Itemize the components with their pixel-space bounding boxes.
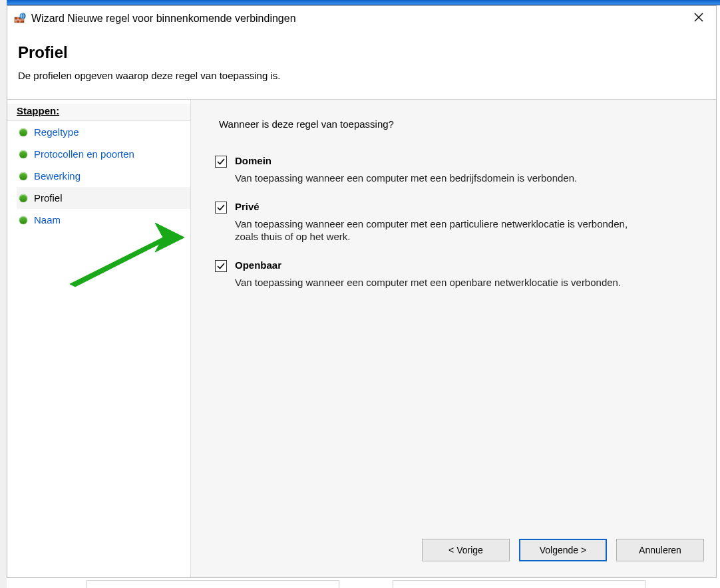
checkbox-domein: Domein Van toepassing wanneer een comput… <box>215 155 692 185</box>
close-button[interactable] <box>685 7 712 27</box>
checkbox-input-openbaar[interactable] <box>215 260 227 272</box>
checkbox-prive: Privé Van toepassing wanneer een compute… <box>215 201 692 243</box>
background-fragment <box>0 0 7 588</box>
step-naam[interactable]: Naam <box>17 209 190 231</box>
body-area: Stappen: Regeltype Protocollen en poorte… <box>7 99 716 577</box>
step-regeltype[interactable]: Regeltype <box>17 121 190 143</box>
step-protocollen[interactable]: Protocollen en poorten <box>17 143 190 165</box>
checkbox-description: Van toepassing wanneer een computer met … <box>235 276 647 289</box>
checkbox-input-prive[interactable] <box>215 202 227 214</box>
checkbox-label: Domein <box>235 155 271 166</box>
window-title: Wizard Nieuwe regel voor binnenkomende v… <box>31 13 296 25</box>
content-pane: Wanneer is deze regel van toepassing? Do… <box>191 100 716 577</box>
checkmark-icon <box>216 203 226 212</box>
step-label: Regeltype <box>34 126 79 138</box>
step-label: Profiel <box>34 192 63 204</box>
step-bewerking[interactable]: Bewerking <box>17 165 190 187</box>
background-sliver <box>87 580 720 588</box>
bullet-icon <box>19 150 27 158</box>
cancel-button[interactable]: Annuleren <box>616 539 704 561</box>
sidebar: Stappen: Regeltype Protocollen en poorte… <box>7 100 191 577</box>
checkbox-description: Van toepassing wanneer een computer met … <box>235 172 647 185</box>
bullet-icon <box>19 128 27 136</box>
step-label: Bewerking <box>34 170 81 182</box>
step-label: Naam <box>34 214 61 225</box>
step-label: Protocollen en poorten <box>34 148 134 160</box>
wizard-window: Wizard Nieuwe regel voor binnenkomende v… <box>7 5 717 578</box>
next-button[interactable]: Volgende > <box>519 539 607 561</box>
checkmark-icon <box>216 261 226 271</box>
sidebar-heading: Stappen: <box>7 104 190 121</box>
titlebar: Wizard Nieuwe regel voor binnenkomende v… <box>7 6 716 31</box>
header-area: Profiel De profielen opgeven waarop deze… <box>7 31 716 97</box>
bullet-icon <box>19 194 27 202</box>
blue-top-frame <box>0 0 720 5</box>
content-question: Wanneer is deze regel van toepassing? <box>219 118 692 130</box>
close-icon <box>694 13 703 22</box>
checkbox-label: Openbaar <box>235 259 281 271</box>
checkbox-label: Privé <box>235 201 260 212</box>
step-profiel[interactable]: Profiel <box>17 187 190 209</box>
page-title: Profiel <box>18 43 705 62</box>
checkbox-input-domein[interactable] <box>215 156 227 168</box>
bullet-icon <box>19 172 27 180</box>
page-subtitle: De profielen opgeven waarop deze regel v… <box>18 70 705 81</box>
checkbox-description: Van toepassing wanneer een computer met … <box>235 218 647 243</box>
button-row: < Vorige Volgende > Annuleren <box>422 539 704 561</box>
checkmark-icon <box>216 157 226 166</box>
back-button[interactable]: < Vorige <box>422 539 510 561</box>
firewall-icon <box>14 13 26 25</box>
bullet-icon <box>19 216 27 224</box>
checkbox-openbaar: Openbaar Van toepassing wanneer een comp… <box>215 259 692 289</box>
